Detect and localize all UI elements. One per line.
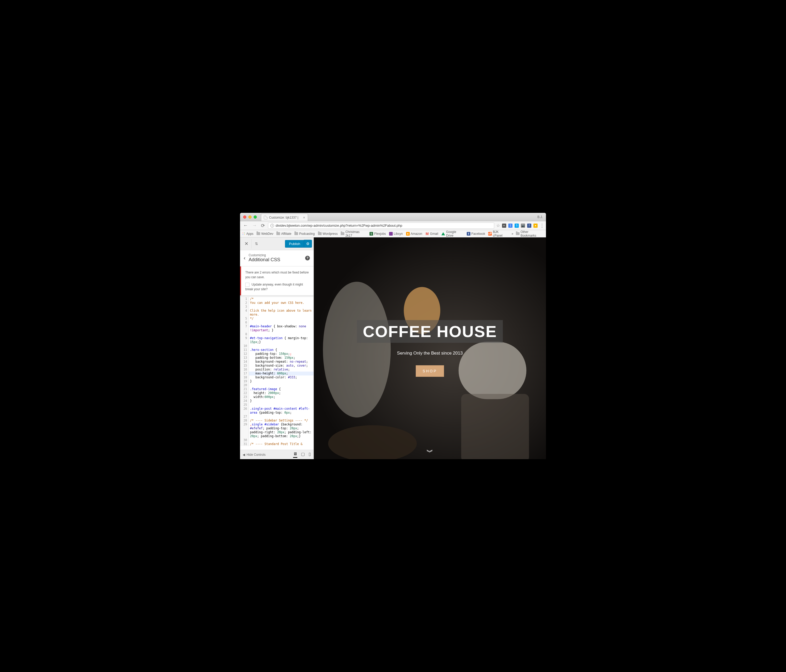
- site-info-icon[interactable]: i: [270, 224, 274, 228]
- code-content[interactable]: [249, 403, 313, 407]
- bookmark-item[interactable]: aAmazon: [406, 232, 422, 236]
- code-line[interactable]: 27: [240, 415, 313, 419]
- browser-menu-button[interactable]: ⋮: [540, 223, 544, 228]
- code-content[interactable]: [249, 305, 313, 309]
- code-line[interactable]: 15 background-size: auto, cover;: [240, 364, 313, 368]
- scroll-down-icon[interactable]: ︾: [426, 450, 433, 454]
- code-line[interactable]: 29,single #sidebar {background: #efefef;…: [240, 423, 313, 438]
- profile-label[interactable]: B.J.: [537, 215, 543, 219]
- code-content[interactable]: .featured-image {: [249, 387, 313, 391]
- publish-settings-button[interactable]: ⚙: [304, 240, 312, 248]
- mobile-preview-button[interactable]: ▯: [308, 452, 311, 458]
- reload-button[interactable]: ⟳: [260, 223, 266, 228]
- code-line[interactable]: 28/* ---- Sidebar Settings ---- */: [240, 419, 313, 423]
- window-minimize-button[interactable]: [248, 216, 252, 219]
- code-content[interactable]: /* ---- Sidebar Settings ---- */: [249, 419, 313, 423]
- bookmarks-overflow[interactable]: »: [512, 232, 514, 236]
- shop-button[interactable]: SHOP: [416, 365, 444, 377]
- code-content[interactable]: height: 2000px;: [249, 391, 313, 395]
- bookmark-star-icon[interactable]: ☆: [496, 223, 500, 228]
- code-content[interactable]: [249, 344, 313, 348]
- css-code-editor[interactable]: 1/*2You can add your own CSS here.3 4Cli…: [240, 296, 313, 450]
- code-content[interactable]: }: [249, 399, 313, 403]
- extension-icon[interactable]: ●: [533, 223, 538, 228]
- code-line[interactable]: 30: [240, 438, 313, 442]
- browser-tab[interactable]: Customize: bjk1337 | ×: [261, 214, 308, 221]
- code-content[interactable]: background-color: #333;: [249, 376, 313, 379]
- back-icon[interactable]: ‹: [244, 255, 245, 261]
- code-content[interactable]: [249, 321, 313, 324]
- code-line[interactable]: 2You can add your own CSS here.: [240, 301, 313, 305]
- bookmark-item[interactable]: fjFlexjobs: [369, 232, 386, 236]
- code-line[interactable]: 20: [240, 383, 313, 387]
- code-content[interactable]: ,single #sidebar {background: #efefef; p…: [249, 423, 313, 438]
- code-line[interactable]: 5*/: [240, 317, 313, 321]
- code-content[interactable]: padding-top: 150px;;: [249, 352, 313, 356]
- extension-icon[interactable]: ≡: [502, 223, 506, 228]
- tablet-preview-button[interactable]: ▢: [301, 452, 305, 458]
- code-line[interactable]: 4Click the help icon above to learn more…: [240, 309, 313, 317]
- code-line[interactable]: 19}: [240, 379, 313, 383]
- update-anyway-checkbox[interactable]: [245, 283, 250, 287]
- extension-icon[interactable]: f: [527, 223, 531, 228]
- help-icon[interactable]: ?: [305, 256, 310, 260]
- code-content[interactable]: #main-header { box-shadow: none !importa…: [249, 324, 313, 332]
- code-line[interactable]: 21.featured-image {: [240, 387, 313, 391]
- hide-controls-button[interactable]: ◀ Hide Controls: [243, 453, 266, 456]
- extension-icon[interactable]: S: [515, 223, 519, 228]
- close-customizer-button[interactable]: ✕: [242, 239, 252, 249]
- code-content[interactable]: #et-top-navigation { margin-top: 15px;}: [249, 336, 313, 344]
- back-button[interactable]: ←: [242, 223, 249, 228]
- undo-redo-button[interactable]: ⇅: [252, 239, 261, 249]
- code-line[interactable]: 17 max-height: 600px;: [240, 371, 313, 376]
- code-content[interactable]: .hero-section {: [249, 348, 313, 352]
- extension-icon[interactable]: 1: [508, 223, 512, 228]
- code-line[interactable]: 22 height: 2000px;: [240, 391, 313, 395]
- window-maximize-button[interactable]: [254, 216, 257, 219]
- bookmark-folder[interactable]: WebDev: [256, 232, 273, 236]
- other-bookmarks[interactable]: Other Bookmarks: [516, 230, 544, 238]
- code-line[interactable]: 13 padding-bottom: 150px;: [240, 356, 313, 360]
- code-content[interactable]: [249, 332, 313, 336]
- code-line[interactable]: 1/*: [240, 297, 313, 301]
- code-line[interactable]: 26.single-post #main-content #left-area …: [240, 407, 313, 415]
- tab-close-icon[interactable]: ×: [303, 216, 305, 220]
- code-line[interactable]: 16 position: relative;: [240, 368, 313, 371]
- code-content[interactable]: max-height: 600px;: [249, 371, 313, 376]
- bookmark-folder[interactable]: Christmas 2k17: [341, 230, 366, 238]
- code-line[interactable]: 23 width:600px;: [240, 395, 313, 399]
- code-line[interactable]: 18 background-color: #333;: [240, 376, 313, 379]
- code-content[interactable]: [249, 383, 313, 387]
- bookmark-item[interactable]: Libsyn: [389, 232, 403, 236]
- bookmark-item[interactable]: cPBJK cPanel: [488, 230, 508, 238]
- code-content[interactable]: /*: [249, 297, 313, 301]
- forward-button[interactable]: →: [251, 223, 258, 228]
- code-line[interactable]: 7#main-header { box-shadow: none !import…: [240, 324, 313, 332]
- code-content[interactable]: width:600px;: [249, 395, 313, 399]
- desktop-preview-button[interactable]: 🖥: [293, 452, 297, 458]
- site-preview[interactable]: COFFEE HOUSE Serving Only the Best since…: [314, 238, 546, 459]
- code-line[interactable]: 14 background-repeat: no-repeat;: [240, 360, 313, 364]
- code-line[interactable]: 12 padding-top: 150px;;: [240, 352, 313, 356]
- code-content[interactable]: }: [249, 379, 313, 383]
- code-content[interactable]: .single-post #main-content #left-area {p…: [249, 407, 313, 415]
- code-line[interactable]: 25: [240, 403, 313, 407]
- code-content[interactable]: background-size: auto, cover;: [249, 364, 313, 368]
- code-line[interactable]: 10: [240, 344, 313, 348]
- bookmark-folder[interactable]: Wordpress: [318, 232, 338, 236]
- code-line[interactable]: 11.hero-section {: [240, 348, 313, 352]
- window-close-button[interactable]: [243, 216, 246, 219]
- code-content[interactable]: Click the help icon above to learn more.: [249, 309, 313, 317]
- code-content[interactable]: position: relative;: [249, 368, 313, 371]
- code-line[interactable]: 9#et-top-navigation { margin-top: 15px;}: [240, 336, 313, 344]
- bookmark-folder[interactable]: Affiliate: [277, 232, 291, 236]
- apps-button[interactable]: Apps: [242, 232, 253, 236]
- code-content[interactable]: background-repeat: no-repeat;: [249, 360, 313, 364]
- bookmark-item[interactable]: fFacebook: [467, 232, 485, 236]
- code-content[interactable]: [249, 415, 313, 419]
- code-line[interactable]: 8: [240, 332, 313, 336]
- code-content[interactable]: You can add your own CSS here.: [249, 301, 313, 305]
- code-line[interactable]: 6: [240, 321, 313, 324]
- code-content[interactable]: */: [249, 317, 313, 321]
- code-line[interactable]: 31/* ---- Standard Post Title &: [240, 442, 313, 446]
